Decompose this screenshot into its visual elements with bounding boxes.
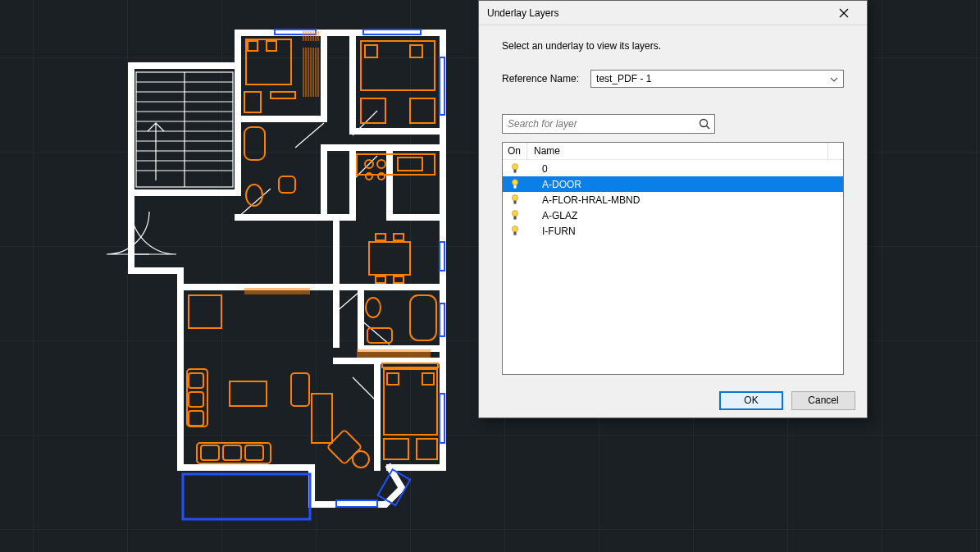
- svg-rect-90: [376, 234, 385, 240]
- layer-rows-container: 0A-DOORA-FLOR-HRAL-MBNDA-GLAZI-FURN: [503, 161, 843, 239]
- svg-rect-103: [201, 445, 219, 460]
- lightbulb-icon[interactable]: [503, 194, 527, 206]
- dialog-body: Select an underlay to view its layers. R…: [479, 25, 867, 383]
- svg-rect-70: [246, 39, 291, 84]
- svg-rect-124: [513, 185, 516, 188]
- svg-rect-126: [513, 200, 516, 203]
- underlay-layers-dialog: Underlay Layers Select an underlay to vi…: [478, 0, 868, 418]
- svg-line-32: [295, 123, 324, 148]
- column-on-header[interactable]: On: [503, 143, 527, 160]
- svg-rect-100: [189, 392, 203, 407]
- svg-rect-71: [248, 41, 258, 51]
- reference-select[interactable]: test_PDF - 1: [590, 70, 844, 88]
- svg-rect-128: [513, 216, 516, 219]
- svg-rect-112: [387, 373, 399, 385]
- svg-rect-122: [513, 169, 516, 172]
- svg-rect-76: [365, 45, 377, 57]
- column-filler: [828, 143, 843, 160]
- lightbulb-icon[interactable]: [503, 210, 527, 221]
- svg-rect-82: [279, 176, 295, 193]
- layer-search[interactable]: [502, 114, 715, 134]
- layer-row[interactable]: 0: [503, 161, 843, 176]
- lightbulb-icon[interactable]: [503, 179, 527, 190]
- instruction-text: Select an underlay to view its layers.: [502, 40, 844, 52]
- svg-rect-75: [361, 41, 435, 90]
- svg-rect-79: [410, 98, 435, 123]
- search-icon: [698, 117, 711, 130]
- svg-rect-116: [382, 363, 438, 367]
- dialog-title: Underlay Layers: [487, 7, 558, 19]
- layer-name: 0: [527, 163, 843, 175]
- svg-rect-73: [244, 92, 261, 112]
- svg-rect-72: [267, 41, 276, 51]
- svg-rect-107: [291, 373, 309, 406]
- svg-rect-111: [384, 369, 437, 435]
- layer-name: I-FURN: [527, 226, 843, 237]
- svg-point-127: [512, 210, 517, 216]
- svg-line-36: [361, 320, 390, 344]
- layer-list[interactable]: On Name 0A-DOORA-FLOR-HRAL-MBNDA-GLAZI-F…: [502, 142, 844, 375]
- dialog-titlebar[interactable]: Underlay Layers: [479, 1, 867, 25]
- svg-rect-113: [422, 373, 434, 385]
- layer-row[interactable]: A-FLOR-HRAL-MBND: [503, 192, 843, 208]
- svg-rect-105: [245, 445, 263, 460]
- svg-rect-44: [183, 474, 310, 519]
- svg-rect-91: [394, 234, 403, 240]
- svg-rect-74: [271, 92, 295, 98]
- svg-point-123: [512, 179, 517, 185]
- svg-rect-92: [376, 276, 385, 283]
- svg-line-120: [707, 126, 710, 130]
- svg-point-121: [512, 163, 517, 169]
- layer-row[interactable]: A-DOOR: [503, 176, 843, 192]
- close-button[interactable]: [827, 2, 860, 25]
- svg-point-125: [512, 194, 517, 200]
- svg-rect-80: [244, 127, 265, 160]
- svg-rect-99: [189, 373, 203, 388]
- svg-rect-88: [398, 157, 422, 171]
- svg-rect-101: [189, 411, 203, 426]
- reference-row: Reference Name: test_PDF - 1: [502, 70, 844, 88]
- layer-name: A-GLAZ: [527, 210, 843, 221]
- layer-name: A-DOOR: [527, 179, 843, 190]
- svg-point-119: [700, 120, 708, 127]
- cancel-button[interactable]: Cancel: [791, 391, 855, 410]
- layer-list-header: On Name: [503, 143, 843, 161]
- ok-button[interactable]: OK: [719, 391, 783, 410]
- svg-rect-78: [361, 98, 385, 123]
- svg-line-37: [353, 377, 377, 402]
- svg-rect-104: [223, 445, 241, 460]
- svg-point-95: [366, 298, 381, 317]
- svg-point-85: [377, 160, 385, 168]
- reference-select-value: test_PDF - 1: [596, 73, 651, 84]
- layer-name: A-FLOR-HRAL-MBND: [527, 194, 843, 206]
- svg-rect-114: [384, 439, 408, 459]
- svg-rect-77: [410, 45, 422, 57]
- svg-point-129: [512, 226, 517, 231]
- svg-rect-93: [394, 276, 403, 283]
- svg-rect-115: [417, 439, 437, 459]
- svg-line-31: [238, 189, 271, 217]
- close-icon: [839, 8, 849, 18]
- svg-rect-89: [369, 242, 410, 275]
- svg-point-110: [353, 451, 369, 468]
- svg-rect-130: [513, 231, 516, 235]
- search-input[interactable]: [508, 118, 698, 130]
- svg-rect-94: [410, 295, 436, 340]
- svg-rect-108: [312, 394, 332, 443]
- dialog-footer: OK Cancel: [479, 383, 867, 417]
- svg-rect-106: [230, 381, 267, 406]
- column-name-header[interactable]: Name: [527, 143, 828, 160]
- svg-rect-98: [187, 369, 207, 427]
- floorplan-drawing[interactable]: [107, 16, 459, 525]
- lightbulb-icon[interactable]: [503, 226, 527, 237]
- reference-label: Reference Name:: [502, 73, 579, 84]
- svg-rect-97: [189, 295, 221, 328]
- layer-row[interactable]: I-FURN: [503, 223, 843, 239]
- lightbulb-icon[interactable]: [503, 163, 527, 175]
- layer-row[interactable]: A-GLAZ: [503, 208, 843, 223]
- chevron-down-icon: [830, 75, 838, 84]
